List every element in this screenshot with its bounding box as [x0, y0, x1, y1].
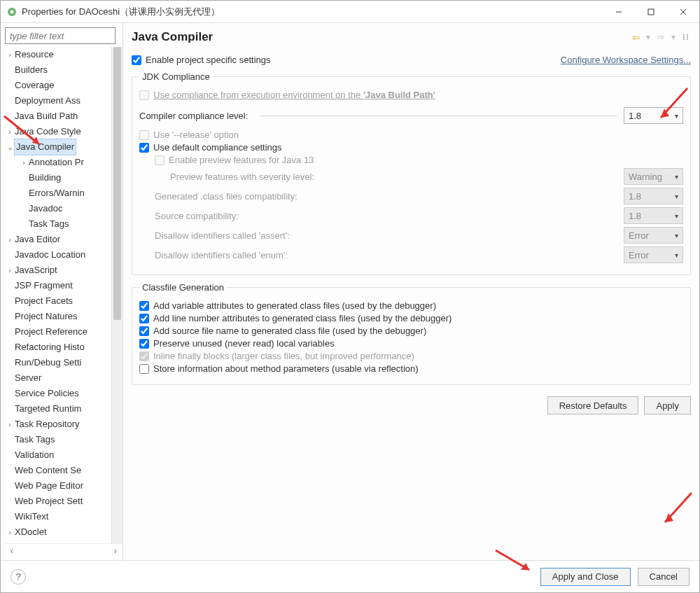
compliance-level-select[interactable]: 1.8 ▾: [624, 107, 683, 124]
tree-scrollbar[interactable]: [111, 47, 122, 543]
svg-rect-3: [648, 9, 654, 15]
tree-item[interactable]: Java Compiler: [15, 139, 76, 155]
tree-item[interactable]: XDoclet: [15, 524, 47, 540]
enable-preview-checkbox: Enable preview features for Java 13: [139, 155, 683, 165]
tree-item[interactable]: Web Page Editor: [15, 478, 83, 494]
add-source-file-checkbox[interactable]: Add source file name to generated class …: [139, 326, 683, 336]
disallow-enum-select: Error▾: [624, 246, 683, 263]
preview-severity-select: Warning▾: [624, 168, 683, 185]
tree-item[interactable]: Task Repository: [15, 417, 79, 432]
tree-item[interactable]: Web Content Se: [15, 463, 81, 478]
enable-preview-label: Enable preview features for Java 13: [169, 155, 314, 165]
add-line-number-checkbox[interactable]: Add line number attributes to generated …: [139, 313, 683, 323]
enable-project-settings-checkbox[interactable]: Enable project specific settings: [132, 55, 270, 65]
tree-item[interactable]: WikiText: [15, 509, 48, 524]
tree-item[interactable]: Project Natures: [15, 309, 78, 324]
tree-item[interactable]: Run/Debug Setti: [15, 355, 81, 370]
chevron-down-icon: ▾: [675, 193, 678, 200]
tree-item[interactable]: Deployment Ass: [15, 93, 80, 109]
source-compat-select: 1.8▾: [624, 207, 683, 224]
minimize-button[interactable]: [603, 1, 635, 23]
tree-item[interactable]: Building: [29, 170, 61, 186]
tree-expand-icon[interactable]: ›: [5, 263, 15, 278]
chevron-down-icon: ▾: [675, 212, 678, 220]
disallow-enum-label: Disallow identifiers called 'enum':: [155, 250, 624, 260]
tree-item[interactable]: Javadoc Location: [15, 247, 85, 263]
chevron-down-icon: ▾: [675, 232, 678, 239]
tree-item[interactable]: Java Code Style: [15, 124, 81, 139]
tree-item[interactable]: Java Build Path: [15, 109, 78, 124]
enable-project-settings-label: Enable project specific settings: [146, 55, 270, 65]
tree-item[interactable]: Validation: [15, 447, 54, 463]
tree-expand-icon[interactable]: ›: [5, 124, 15, 139]
nav-tree[interactable]: ›ResourceBuildersCoverageDeployment AssJ…: [5, 47, 122, 543]
toolbar-menu-icon[interactable]: ⁞⁞: [681, 32, 691, 42]
tree-item[interactable]: Javadoc: [29, 201, 62, 216]
chevron-down-icon: ▾: [675, 112, 678, 120]
tree-item[interactable]: Task Tags: [29, 216, 69, 232]
tree-item[interactable]: Coverage: [15, 78, 54, 93]
inline-finally-checkbox: Inline finally blocks (larger class file…: [139, 351, 683, 361]
tree-item[interactable]: Java Editor: [15, 232, 60, 247]
titlebar: Properties for DAOceshi（讲课用小实例无代理）: [1, 1, 699, 23]
svg-point-1: [10, 10, 14, 13]
use-release-label: Use '--release' option: [153, 130, 239, 140]
use-env-compliance-checkbox: Use compliance from execution environmen…: [139, 90, 683, 100]
tree-expand-icon[interactable]: ›: [19, 155, 29, 170]
configure-workspace-link[interactable]: Configure Workspace Settings...: [561, 55, 691, 65]
tree-expand-icon[interactable]: ›: [5, 232, 15, 247]
apply-button[interactable]: Apply: [644, 396, 691, 414]
use-env-pre-label: Use compliance from execution environmen…: [153, 90, 363, 100]
tree-item[interactable]: Task Tags: [15, 432, 55, 447]
tree-item[interactable]: Server: [15, 370, 41, 386]
tree-item[interactable]: Project Reference: [15, 324, 88, 340]
tree-expand-icon[interactable]: ›: [5, 47, 15, 62]
close-button[interactable]: [667, 1, 699, 23]
restore-defaults-button[interactable]: Restore Defaults: [547, 396, 639, 414]
nav-forward-menu-icon[interactable]: ▾: [668, 32, 678, 42]
tree-item[interactable]: JavaScript: [15, 263, 57, 278]
nav-back-icon[interactable]: ⇦: [631, 32, 640, 43]
use-default-compliance-label: Use default compliance settings: [153, 142, 282, 153]
page-title: Java Compiler: [132, 30, 631, 44]
tree-item[interactable]: Project Facets: [15, 293, 73, 309]
cancel-button[interactable]: Cancel: [638, 568, 690, 586]
nav-forward-icon[interactable]: ⇨: [656, 32, 666, 42]
tree-item[interactable]: Errors/Warnin: [29, 186, 85, 201]
java-build-path-link: 'Java Build Path': [363, 90, 435, 100]
tree-item[interactable]: Refactoring Histo: [15, 340, 85, 355]
compliance-level-label: Compiler compliance level:: [139, 111, 248, 121]
apply-and-close-button[interactable]: Apply and Close: [540, 568, 631, 586]
store-method-params-checkbox[interactable]: Store information about method parameter…: [139, 363, 683, 374]
help-button[interactable]: ?: [10, 569, 26, 585]
tree-item[interactable]: Builders: [15, 62, 48, 78]
tree-expand-icon[interactable]: ⌄: [5, 139, 15, 155]
tree-item[interactable]: Targeted Runtim: [15, 401, 81, 417]
chevron-down-icon: ▾: [675, 173, 678, 181]
use-default-compliance-checkbox[interactable]: Use default compliance settings: [139, 142, 683, 153]
jdk-compliance-legend: JDK Compliance: [139, 71, 213, 82]
bottom-bar: ? Apply and Close Cancel: [1, 560, 699, 592]
nav-back-menu-icon[interactable]: ▾: [643, 32, 653, 42]
tree-scroll-left[interactable]: ‹: [5, 546, 19, 556]
window-title: Properties for DAOceshi（讲课用小实例无代理）: [22, 6, 220, 18]
tree-item[interactable]: Resource: [15, 47, 54, 62]
tree-item[interactable]: JSP Fragment: [15, 278, 73, 293]
classfile-gen-group: Classfile Generation Add variable attrib…: [132, 282, 691, 385]
source-compat-label: Source compatibility:: [155, 211, 624, 221]
tree-item[interactable]: Annotation Pr: [29, 155, 84, 170]
disallow-assert-select: Error▾: [624, 227, 683, 244]
maximize-button[interactable]: [635, 1, 667, 23]
filter-input[interactable]: [5, 27, 115, 44]
tree-item[interactable]: Web Project Sett: [15, 494, 83, 509]
tree-expand-icon[interactable]: ›: [5, 524, 15, 540]
add-variable-attrs-checkbox[interactable]: Add variable attributes to generated cla…: [139, 300, 683, 311]
jdk-compliance-group: JDK Compliance Use compliance from execu…: [132, 71, 691, 275]
tree-item[interactable]: Service Policies: [15, 386, 79, 401]
preserve-unused-checkbox[interactable]: Preserve unused (never read) local varia…: [139, 338, 683, 349]
tree-scroll-right[interactable]: ›: [108, 546, 122, 556]
main-pane: Java Compiler ⇦ ▾ ⇨ ▾ ⁞⁞ Enable project …: [123, 23, 699, 560]
divider: [260, 116, 617, 116]
tree-expand-icon[interactable]: ›: [5, 417, 15, 432]
gen-class-compat-label: Generated .class files compatibility:: [155, 191, 624, 202]
